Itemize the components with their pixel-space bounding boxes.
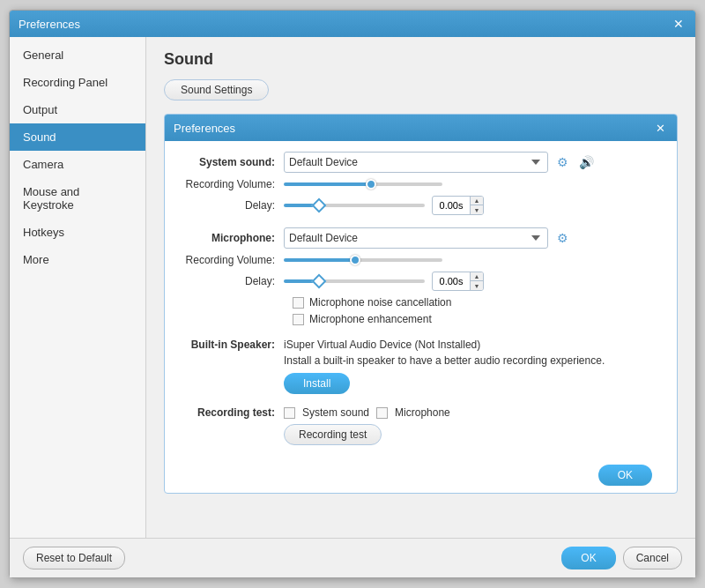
recording-test-button[interactable]: Recording test	[284, 424, 382, 445]
built-in-speaker-content: iSuper Virtual Audio Device (Not Install…	[284, 337, 605, 401]
microphone-volume-row: Recording Volume:	[178, 254, 664, 266]
sidebar-item-output[interactable]: Output	[10, 96, 145, 123]
system-delay-label: Delay:	[178, 199, 284, 212]
microphone-delay-row: Delay: ▲ ▼	[178, 272, 664, 291]
reset-to-default-button[interactable]: Reset to Default	[23, 547, 125, 569]
bottom-bar: Reset to Default OK Cancel	[10, 538, 695, 577]
microphone-gear-icon[interactable]: ⚙	[553, 228, 572, 248]
system-sound-test-checkbox[interactable]	[284, 407, 295, 419]
inner-close-button[interactable]: ✕	[652, 120, 668, 136]
microphone-volume-slider[interactable]	[284, 258, 442, 262]
system-delay-input-wrap: ▲ ▼	[432, 196, 484, 215]
sidebar-item-recording-panel[interactable]: Recording Panel	[10, 69, 145, 96]
built-in-line2: Install a built-in speaker to have a bet…	[284, 353, 605, 368]
outer-title: Preferences	[19, 18, 80, 31]
system-sound-row: System sound: Default Device ⚙ 🔊	[178, 152, 664, 173]
recording-test-btn-row: Recording test	[284, 424, 664, 445]
system-sound-gear-icon[interactable]: ⚙	[553, 153, 572, 172]
noise-cancellation-row: Microphone noise cancellation	[293, 296, 664, 309]
recording-test-row: Recording test: System sound Microphone	[178, 406, 664, 419]
microphone-volume-label: Recording Volume:	[178, 254, 284, 266]
system-sound-speaker-icon[interactable]: 🔊	[576, 153, 596, 172]
system-delay-spinners: ▲ ▼	[470, 197, 483, 214]
microphone-test-checkbox[interactable]	[376, 407, 388, 419]
system-sound-volume-row: Recording Volume:	[178, 178, 664, 190]
built-in-line1: iSuper Virtual Audio Device (Not Install…	[284, 337, 605, 353]
inner-ok-button[interactable]: OK	[598, 465, 652, 486]
inner-title: Preferences	[174, 122, 235, 135]
enhancement-label: Microphone enhancement	[309, 313, 432, 325]
system-sound-select-wrapper: Default Device ⚙ 🔊	[284, 152, 596, 173]
outer-titlebar: Preferences ✕	[10, 11, 695, 37]
microphone-test-label: Microphone	[395, 406, 450, 419]
microphone-row: Microphone: Default Device ⚙	[178, 227, 664, 249]
system-sound-select[interactable]: Default Device	[284, 152, 548, 173]
microphone-delay-down[interactable]: ▼	[471, 281, 483, 290]
sidebar-item-sound[interactable]: Sound	[10, 123, 145, 151]
system-volume-slider[interactable]	[284, 182, 442, 186]
sidebar-item-hotkeys[interactable]: Hotkeys	[10, 219, 145, 246]
bottom-right-buttons: OK Cancel	[561, 547, 682, 569]
main-body: General Recording Panel Output Sound Cam…	[10, 37, 695, 538]
built-in-label: Built-in Speaker:	[178, 337, 284, 351]
microphone-delay-input[interactable]	[433, 274, 470, 288]
microphone-delay-label: Delay:	[178, 275, 284, 287]
microphone-delay-up[interactable]: ▲	[471, 272, 483, 281]
page-title: Sound	[164, 50, 678, 69]
outer-close-button[interactable]: ✕	[671, 16, 686, 32]
enhancement-row: Microphone enhancement	[293, 313, 664, 325]
recording-test-options: System sound Microphone	[284, 406, 450, 419]
microphone-select-wrapper: Default Device ⚙	[284, 227, 572, 249]
system-sound-test-label: System sound	[302, 406, 369, 419]
cancel-button[interactable]: Cancel	[623, 547, 682, 569]
system-delay-up[interactable]: ▲	[471, 197, 483, 205]
system-sound-label: System sound:	[178, 156, 284, 168]
microphone-delay-slider[interactable]	[284, 279, 425, 283]
sound-settings-button[interactable]: Sound Settings	[164, 79, 269, 100]
recording-test-label: Recording test:	[178, 406, 284, 419]
microphone-label: Microphone:	[178, 232, 284, 244]
sidebar-item-camera[interactable]: Camera	[10, 151, 145, 178]
content-area: Sound Sound Settings Preferences ✕ Syste…	[146, 37, 695, 538]
built-in-speaker-row: Built-in Speaker: iSuper Virtual Audio D…	[178, 337, 664, 401]
install-button[interactable]: Install	[284, 373, 350, 394]
microphone-delay-spinners: ▲ ▼	[470, 272, 483, 290]
system-delay-down[interactable]: ▼	[471, 205, 483, 214]
sidebar: General Recording Panel Output Sound Cam…	[10, 37, 146, 538]
outer-window: Preferences ✕ General Recording Panel Ou…	[9, 10, 696, 578]
microphone-select[interactable]: Default Device	[284, 227, 548, 249]
inner-ok-row: OK	[178, 452, 664, 461]
ok-button[interactable]: OK	[561, 547, 615, 569]
system-delay-input[interactable]	[433, 198, 470, 212]
inner-content: System sound: Default Device ⚙ 🔊 Recordi…	[165, 141, 677, 472]
inner-titlebar: Preferences ✕	[165, 115, 677, 141]
system-delay-slider[interactable]	[284, 204, 425, 207]
system-volume-label: Recording Volume:	[178, 178, 284, 190]
sidebar-item-general[interactable]: General	[10, 41, 145, 69]
inner-preferences-window: Preferences ✕ System sound: Default Devi…	[164, 114, 678, 494]
sidebar-item-more[interactable]: More	[10, 246, 145, 273]
enhancement-checkbox[interactable]	[293, 314, 304, 325]
noise-cancellation-checkbox[interactable]	[293, 297, 304, 309]
system-sound-delay-row: Delay: ▲ ▼	[178, 196, 664, 215]
noise-cancellation-label: Microphone noise cancellation	[309, 296, 451, 309]
sidebar-item-mouse-keystroke[interactable]: Mouse and Keystroke	[10, 178, 145, 219]
microphone-delay-input-wrap: ▲ ▼	[432, 272, 484, 291]
